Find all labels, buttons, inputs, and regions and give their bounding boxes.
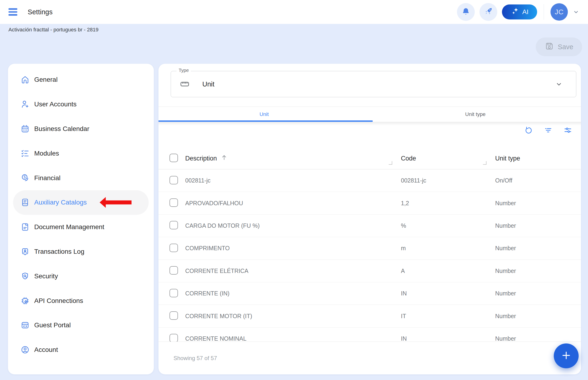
table-row[interactable]: APROVADO/FALHOU 1,2 Number (159, 192, 581, 214)
table-row[interactable]: CORRENTE NOMINAL IN Number (159, 327, 581, 342)
tab-unit-type[interactable]: Unit type (370, 107, 581, 122)
divider (544, 4, 544, 20)
cell-code: % (401, 222, 495, 229)
sidebar-item-modules[interactable]: Modules (13, 141, 149, 166)
cell-description: 002811-jc (185, 177, 401, 184)
settings-sidebar: General User Accounts Business Calendar … (8, 64, 154, 374)
filter-icon[interactable] (544, 126, 552, 134)
tab-shadow (159, 122, 581, 126)
sidebar-item-transactions-log[interactable]: Transactions Log (13, 239, 149, 264)
save-icon (545, 41, 554, 53)
cell-code: m (401, 245, 495, 252)
sidebar-item-account[interactable]: Account (13, 338, 149, 362)
sidebar-item-business-calendar[interactable]: Business Calendar (13, 117, 149, 141)
sidebar-item-document-management[interactable]: Document Management (13, 215, 149, 239)
table-row[interactable]: CORRENTE ELÉTRICA A Number (159, 260, 581, 282)
settings-page: Settings AI JC Activación fracttal - por… (0, 0, 588, 380)
auxiliary-catalogs-panel: Type Unit Unit Unit type Description Cod… (159, 64, 581, 374)
row-count-label: Showing 57 of 57 (174, 355, 217, 361)
cell-code: IT (401, 313, 495, 320)
checklist-icon (21, 149, 30, 158)
sidebar-item-auxiliary-catalogs[interactable]: Auxiliary Catalogs (13, 190, 149, 215)
shield-search-icon (21, 272, 30, 281)
row-checkbox[interactable] (169, 334, 178, 342)
add-unit-button[interactable] (554, 343, 579, 368)
row-checkbox[interactable] (169, 221, 178, 229)
cell-code: 002811-jc (401, 177, 495, 184)
cell-code: IN (401, 335, 495, 342)
chevron-down-icon (555, 80, 563, 88)
type-select-label: Type (177, 68, 191, 73)
row-checkbox[interactable] (169, 244, 178, 252)
coin-icon: $ (21, 174, 30, 183)
column-resize-handle[interactable] (389, 161, 392, 165)
sort-ascending-icon (221, 154, 228, 161)
type-select[interactable]: Type Unit (171, 71, 576, 97)
browser-icon (21, 321, 30, 330)
rocket-icon (484, 7, 493, 17)
cell-unit-type: Number (495, 245, 581, 252)
catalog-icon (21, 198, 30, 207)
bell-icon (461, 7, 470, 17)
row-checkbox[interactable] (169, 198, 178, 207)
cell-description: CORRENTE MOTOR (IT) (185, 313, 401, 320)
ai-label: AI (522, 8, 528, 16)
page-title: Settings (28, 8, 53, 16)
table-row[interactable]: 002811-jc 002811-jc On/Off (159, 169, 581, 192)
sidebar-item-label: API Connections (34, 297, 83, 304)
table-toolbar (524, 126, 572, 134)
column-header-code[interactable]: Code (401, 155, 495, 162)
type-select-value: Unit (202, 80, 215, 88)
user-plus-icon (21, 100, 30, 109)
whats-new-button[interactable] (479, 3, 497, 21)
cell-unit-type: Number (495, 335, 581, 342)
cell-unit-type: On/Off (495, 177, 581, 184)
sidebar-item-security[interactable]: Security (13, 264, 149, 288)
account-menu-button[interactable] (572, 8, 580, 16)
sidebar-item-label: Document Management (34, 223, 104, 231)
refresh-icon[interactable] (524, 126, 533, 134)
sidebar-item-label: General (34, 76, 58, 83)
column-header-description[interactable]: Description (185, 155, 401, 162)
column-header-unit-type[interactable]: Unit type (495, 155, 581, 162)
document-icon (21, 223, 30, 231)
select-all-checkbox[interactable] (169, 154, 178, 162)
chevron-down-icon (572, 8, 580, 16)
sidebar-item-user-accounts[interactable]: User Accounts (13, 92, 149, 117)
table-row[interactable]: COMPRIMENTO m Number (159, 237, 581, 260)
menu-icon[interactable] (8, 8, 17, 16)
sidebar-item-general[interactable]: General (13, 67, 149, 92)
ai-assistant-button[interactable]: AI (502, 4, 537, 19)
column-resize-handle[interactable] (483, 161, 487, 165)
red-arrow-annotation (100, 197, 132, 208)
column-settings-icon[interactable] (564, 126, 572, 134)
row-checkbox[interactable] (169, 266, 178, 275)
person-circle-icon (21, 345, 30, 354)
table-row[interactable]: CORRENTE MOTOR (IT) IT Number (159, 305, 581, 327)
tab-bar: Unit Unit type (159, 107, 581, 122)
sidebar-item-financial[interactable]: $ Financial (13, 166, 149, 190)
plus-icon (561, 350, 572, 362)
sidebar-item-api-connections[interactable]: API Connections (13, 288, 149, 313)
avatar[interactable]: JC (550, 3, 568, 21)
tab-unit[interactable]: Unit (159, 107, 370, 122)
svg-text:$: $ (24, 175, 26, 179)
sidebar-item-label: Guest Portal (34, 322, 71, 329)
cell-unit-type: Number (495, 290, 581, 297)
row-checkbox[interactable] (169, 311, 178, 320)
row-checkbox[interactable] (169, 289, 178, 297)
table-header: Description Code Unit type (159, 148, 581, 169)
row-checkbox[interactable] (169, 176, 178, 184)
save-button[interactable]: Save (536, 38, 582, 56)
cell-unit-type: Number (495, 222, 581, 229)
sidebar-item-label: Financial (34, 174, 61, 182)
notifications-button[interactable] (457, 3, 475, 21)
sidebar-nav: General User Accounts Business Calendar … (8, 64, 154, 362)
ruler-icon (180, 79, 190, 89)
top-bar: Settings AI JC (0, 0, 588, 24)
sidebar-item-label: User Accounts (34, 100, 77, 108)
sparkle-icon (511, 7, 520, 17)
table-row[interactable]: CARGA DO MOTOR (FU %) % Number (159, 215, 581, 237)
table-row[interactable]: CORRENTE (IN) IN Number (159, 282, 581, 305)
sidebar-item-guest-portal[interactable]: Guest Portal (13, 313, 149, 338)
